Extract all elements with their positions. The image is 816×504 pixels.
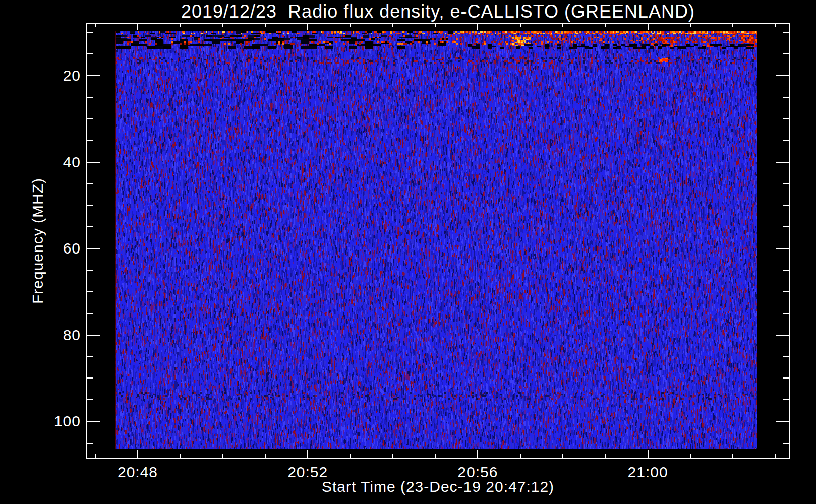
y-major-tick-right [776, 75, 790, 76]
x-minor-tick [435, 454, 436, 459]
x-minor-tick [732, 454, 733, 459]
x-minor-tick-top [435, 23, 436, 27]
x-minor-tick [222, 454, 223, 459]
x-minor-tick-top [520, 23, 521, 27]
y-minor-tick [86, 118, 93, 119]
x-minor-tick [350, 454, 351, 459]
y-tick-label: 60 [34, 240, 81, 257]
y-minor-tick-right [783, 53, 790, 54]
x-minor-tick [562, 454, 563, 459]
y-minor-tick-right [783, 443, 790, 444]
y-minor-tick-right [783, 356, 790, 357]
y-tick-label: 40 [34, 154, 81, 171]
y-minor-tick-right [783, 270, 790, 271]
y-minor-tick-right [783, 118, 790, 119]
spectrogram-page: 2019/12/23 Radio flux density, e-CALLIST… [0, 0, 816, 504]
y-minor-tick [86, 270, 93, 271]
y-minor-tick [86, 291, 93, 292]
y-major-tick [86, 421, 100, 422]
y-major-tick-right [776, 335, 790, 336]
x-minor-tick-top [180, 23, 181, 27]
x-minor-tick-top [95, 23, 96, 27]
y-tick-label: 20 [34, 67, 81, 84]
y-minor-tick [86, 97, 93, 98]
x-minor-tick-top [392, 23, 393, 27]
y-minor-tick-right [783, 97, 790, 98]
x-tick-label: 20:56 [437, 464, 518, 481]
y-minor-tick [86, 377, 93, 379]
x-tick-label: 20:48 [97, 464, 178, 481]
x-minor-tick-top [605, 23, 606, 27]
y-minor-tick [86, 226, 93, 227]
y-minor-tick [86, 183, 93, 184]
y-major-tick-right [776, 162, 790, 163]
x-major-tick-top [648, 23, 649, 30]
x-minor-tick [690, 454, 691, 459]
y-minor-tick [86, 313, 93, 314]
y-tick-label: 100 [34, 413, 81, 430]
x-tick-label: 20:52 [267, 464, 348, 481]
y-major-tick [86, 335, 100, 336]
y-minor-tick-right [783, 140, 790, 141]
y-major-tick [86, 162, 100, 163]
y-minor-tick [86, 443, 93, 444]
x-minor-tick [605, 454, 606, 459]
x-minor-tick [520, 454, 521, 459]
y-minor-tick-right [783, 32, 790, 33]
y-minor-tick [86, 140, 93, 141]
x-axis-label: Start Time (23-Dec-19 20:47:12) [86, 478, 790, 495]
y-major-tick-right [776, 421, 790, 422]
x-major-tick [648, 450, 649, 459]
x-major-tick-top [307, 23, 308, 30]
y-minor-tick-right [783, 205, 790, 206]
y-minor-tick [86, 53, 93, 54]
x-minor-tick-top [222, 23, 223, 27]
y-minor-tick [86, 399, 93, 400]
y-minor-tick-right [783, 291, 790, 292]
y-major-tick [86, 248, 100, 249]
y-minor-tick-right [783, 313, 790, 314]
y-minor-tick [86, 356, 93, 357]
y-minor-tick-right [783, 399, 790, 400]
y-minor-tick-right [783, 226, 790, 227]
x-minor-tick-top [265, 23, 266, 27]
y-minor-tick [86, 205, 93, 206]
x-minor-tick-top [775, 23, 776, 27]
spectrogram-canvas [115, 31, 757, 449]
x-minor-tick [775, 454, 776, 459]
x-major-tick [137, 450, 138, 459]
chart-title: 2019/12/23 Radio flux density, e-CALLIST… [86, 1, 790, 22]
x-minor-tick [265, 454, 266, 459]
x-minor-tick-top [562, 23, 563, 27]
y-tick-label: 80 [34, 327, 81, 344]
x-major-tick [477, 450, 478, 459]
x-major-tick [307, 450, 308, 459]
x-tick-label: 21:00 [608, 464, 688, 481]
y-minor-tick-right [783, 377, 790, 379]
x-minor-tick [180, 454, 181, 459]
x-major-tick-top [137, 23, 138, 30]
x-minor-tick-top [350, 23, 351, 27]
x-minor-tick-top [690, 23, 691, 27]
x-minor-tick-top [732, 23, 733, 27]
y-minor-tick-right [783, 183, 790, 184]
x-major-tick-top [477, 23, 478, 30]
y-major-tick-right [776, 248, 790, 249]
x-minor-tick [392, 454, 393, 459]
y-major-tick [86, 75, 100, 76]
x-minor-tick [95, 454, 96, 459]
y-minor-tick [86, 32, 93, 33]
